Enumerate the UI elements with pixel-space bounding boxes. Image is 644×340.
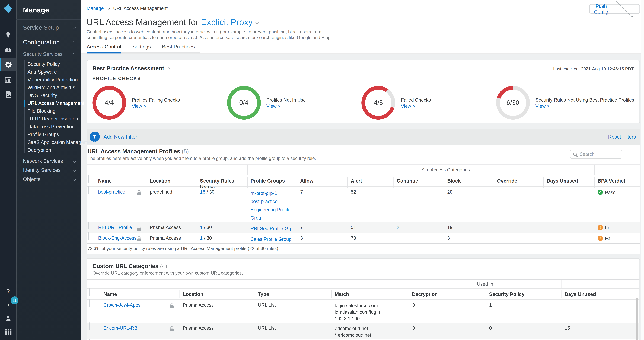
profile-group-link[interactable]: RBI-Sec-Profile-Grp — [250, 224, 294, 233]
tab-settings[interactable]: Settings — [132, 44, 151, 50]
breadcrumb-manage-link[interactable]: Manage — [87, 6, 104, 11]
sidebar-item-vulnerability-protection[interactable]: Vulnerability Protection — [16, 76, 81, 84]
sidebar-item-decryption[interactable]: Decryption — [16, 146, 81, 154]
chevron-down-icon[interactable] — [256, 21, 259, 24]
tab-access-control[interactable]: Access Control — [87, 44, 121, 50]
profile-group-link[interactable]: rn-prof-grp-1 — [250, 189, 294, 197]
column-header-continue[interactable]: Continue — [394, 175, 444, 190]
add-new-filter-button[interactable]: Add New Filter — [104, 134, 137, 139]
push-config-button[interactable]: Push Config — [589, 4, 640, 14]
column-header-days-unused[interactable]: Days Unused — [562, 289, 640, 299]
select-all-checkbox[interactable] — [88, 175, 89, 183]
column-header-location[interactable]: Location — [146, 175, 197, 190]
bar-chart-icon[interactable] — [0, 74, 16, 85]
profile-group-link[interactable]: Engineering Profile Grou — [250, 206, 294, 222]
column-header-location[interactable]: Location — [180, 289, 255, 299]
row-checkbox[interactable] — [88, 186, 89, 194]
sidebar-item-network-services[interactable]: Network Services — [16, 156, 81, 165]
sidebar-item-saas-application-management[interactable]: SaaS Application Management — [16, 139, 81, 146]
column-header-block[interactable]: Block — [444, 175, 494, 190]
column-header-name[interactable]: Name — [95, 175, 146, 190]
gear-icon[interactable] — [0, 58, 16, 71]
donut-ring: 0/4 — [227, 86, 260, 120]
info-icon[interactable]: i 11 — [0, 299, 16, 310]
alert-cell: 51 — [348, 222, 394, 233]
lightbulb-icon[interactable] — [0, 29, 16, 40]
sidebar-item-security-services[interactable]: Security Services — [16, 49, 81, 60]
location-cell: Prisma Access — [180, 300, 255, 323]
tab-best-practices[interactable]: Best Practices — [162, 44, 195, 50]
sidebar-item-data-loss-prevention[interactable]: Data Loss Prevention — [16, 123, 81, 131]
sidebar-item-objects[interactable]: Objects — [16, 175, 81, 184]
column-header-bpa-verdict[interactable]: BPA Verdict — [594, 175, 640, 190]
select-all-checkbox[interactable] — [89, 288, 90, 296]
row-checkbox[interactable] — [88, 222, 89, 229]
sidebar-item-url-access-management[interactable]: URL Access Management — [16, 100, 81, 107]
page-title: URL Access Management for Explicit Proxy — [87, 17, 253, 27]
column-header-security-rules-usin-[interactable]: Security Rules Usin... — [197, 175, 247, 190]
chevron-up-icon — [72, 40, 76, 44]
rules-count-link[interactable]: 1 — [200, 225, 202, 230]
vertical-scrollbar[interactable] — [636, 298, 638, 340]
user-icon[interactable] — [0, 312, 16, 324]
row-checkbox[interactable] — [89, 299, 90, 307]
days-unused-cell: 15 — [562, 323, 640, 339]
view-link[interactable]: View > — [536, 103, 634, 108]
column-header-name[interactable]: Name — [100, 289, 180, 299]
category-name-link[interactable]: Ericom-URL-RBI — [104, 325, 139, 331]
type-cell: URL List — [254, 339, 331, 340]
report-icon[interactable] — [0, 89, 16, 100]
column-header-days-unused[interactable]: Days Unused — [544, 175, 594, 190]
column-header-security-policy[interactable]: Security Policy — [486, 289, 562, 299]
location-cell: Prisma Access — [180, 323, 255, 339]
profile-name-link[interactable]: RBI-URL-Profile — [98, 224, 132, 231]
column-header-profile-groups[interactable]: Profile Groups — [247, 175, 297, 190]
fail-exclamation-icon: ! — [598, 236, 603, 241]
profile-name-link[interactable]: Block-Eng-Access — [98, 235, 136, 241]
column-header-match[interactable]: Match — [332, 289, 409, 299]
sidebar-item-label: Security Services — [23, 52, 63, 57]
sidebar-item-anti-spyware[interactable]: Anti-Spyware — [16, 68, 81, 76]
sidebar-item-security-policy[interactable]: Security Policy — [16, 60, 81, 68]
sidebar-item-http-header-insertion[interactable]: HTTP Header Insertion — [16, 115, 81, 123]
match-cell: ericomcloud.net*.ericomcloud.net — [332, 323, 409, 339]
category-name-link[interactable]: Crown-Jewl-Apps — [104, 302, 140, 308]
sidebar-item-file-blocking[interactable]: File Blocking — [16, 107, 81, 115]
donut-label: Failed Checks — [401, 97, 431, 102]
search-input[interactable] — [580, 152, 618, 157]
view-link[interactable]: View > — [266, 103, 306, 108]
sidebar-item-wildfire-and-antivirus[interactable]: WildFire and Antivirus — [16, 84, 81, 92]
sidebar-item-dns-security[interactable]: DNS Security — [16, 92, 81, 100]
column-header-override[interactable]: Override — [494, 175, 544, 190]
apps-grid-icon[interactable] — [0, 326, 16, 337]
rules-count-link[interactable]: 1 — [200, 236, 202, 240]
help-icon[interactable]: ? — [0, 285, 16, 297]
row-checkbox[interactable] — [89, 339, 90, 340]
profile-group-link[interactable]: Sales Profile Group — [250, 235, 294, 243]
fail-exclamation-icon: ! — [598, 225, 603, 230]
chevron-up-icon[interactable] — [167, 67, 170, 71]
table-row: Ericom-URL-RBIPrisma AccessURL Listerico… — [87, 323, 640, 339]
row-checkbox[interactable] — [88, 232, 89, 240]
view-link[interactable]: View > — [132, 103, 180, 108]
row-checkbox[interactable] — [89, 322, 90, 330]
sidebar-item-identity-services[interactable]: Identity Services — [16, 166, 81, 175]
sidebar-item-profile-groups[interactable]: Profile Groups — [16, 131, 81, 139]
sidebar-item-configuration[interactable]: Configuration — [16, 35, 81, 49]
column-header-alert[interactable]: Alert — [348, 175, 394, 190]
profile-group-link[interactable]: best-practice — [250, 197, 294, 206]
proxy-selector[interactable]: Explicit Proxy — [201, 17, 253, 27]
gauge-icon[interactable] — [0, 44, 16, 55]
verdict-label: Pass — [605, 190, 616, 196]
days-unused-cell — [544, 233, 594, 243]
column-header-type[interactable]: Type — [254, 289, 331, 299]
reset-filters-button[interactable]: Reset Filters — [608, 134, 636, 139]
column-header-decryption[interactable]: Decryption — [409, 289, 486, 299]
view-link[interactable]: View > — [401, 103, 431, 108]
rules-count-link[interactable]: 16 — [200, 190, 205, 195]
sidebar-item-service-setup[interactable]: Service Setup — [16, 20, 81, 35]
profile-name-link[interactable]: best-practice — [98, 189, 125, 195]
column-header-allow[interactable]: Allow — [297, 175, 347, 190]
sidebar-groups: Network ServicesIdentity ServicesObjects — [16, 156, 81, 184]
donut-value: 0/4 — [239, 99, 248, 107]
